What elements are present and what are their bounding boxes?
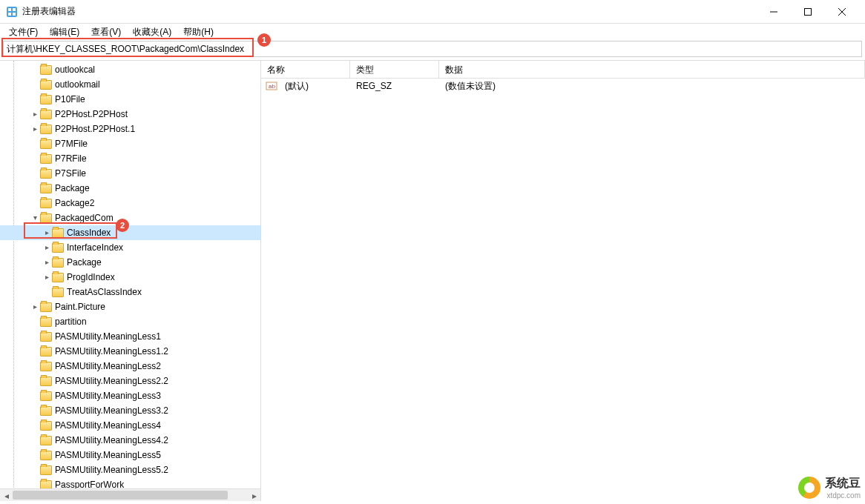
tree-item-label: Package2 <box>55 198 94 208</box>
window-title: 注册表编辑器 <box>22 5 757 18</box>
tree-item[interactable]: PASMUtility.MeaningLess3.2 <box>0 403 260 418</box>
menu-edit[interactable]: 编辑(E) <box>45 24 84 40</box>
tree-item[interactable]: outlookmail <box>0 77 260 92</box>
tree-horizontal-scrollbar[interactable]: ◂ ▸ <box>0 488 260 501</box>
tree-item-label: PASMUtility.MeaningLess2.2 <box>55 376 168 386</box>
tree-item[interactable]: partition <box>0 314 260 329</box>
menubar: 文件(F) 编辑(E) 查看(V) 收藏夹(A) 帮助(H) <box>0 24 865 41</box>
tree-item[interactable]: PASMUtility.MeaningLess2 <box>0 359 260 374</box>
folder-icon <box>40 65 52 75</box>
folder-icon <box>40 154 52 164</box>
tree-item[interactable]: PASMUtility.MeaningLess5.2 <box>0 462 260 477</box>
tree-item[interactable]: ▾PackagedCom <box>0 210 260 225</box>
tree-item[interactable]: Package <box>0 181 260 196</box>
column-header-type[interactable]: 类型 <box>350 61 439 78</box>
menu-help[interactable]: 帮助(H) <box>179 24 218 40</box>
scroll-thumb[interactable] <box>13 491 228 500</box>
svg-rect-2 <box>13 8 16 11</box>
list-header: 名称 类型 数据 <box>261 61 865 79</box>
tree-item[interactable]: P7MFile <box>0 136 260 151</box>
tree-item-label: outlookcal <box>55 64 95 75</box>
tree-item-label: PASMUtility.MeaningLess4 <box>55 420 161 431</box>
maximize-button[interactable] <box>791 0 825 23</box>
tree-item[interactable]: P7RFile <box>0 151 260 166</box>
folder-icon <box>40 110 52 119</box>
collapse-icon[interactable]: ▾ <box>30 214 40 222</box>
tree-item[interactable]: PASMUtility.MeaningLess4 <box>0 418 260 433</box>
folder-icon <box>40 421 52 431</box>
svg-rect-4 <box>13 13 16 16</box>
tree-item[interactable]: TreatAsClassIndex <box>0 285 260 299</box>
annotation-callout-1: 1 <box>257 33 271 47</box>
tree-item[interactable]: PASMUtility.MeaningLess4.2 <box>0 433 260 448</box>
window-controls <box>757 0 859 23</box>
expand-icon[interactable]: ▸ <box>42 259 52 266</box>
close-button[interactable] <box>825 0 859 23</box>
folder-icon <box>40 377 52 386</box>
tree-item-label: P2PHost.P2PHost <box>55 109 128 119</box>
folder-icon <box>40 213 52 223</box>
tree-item[interactable]: ▸ProgIdIndex <box>0 270 260 285</box>
tree-item-label: P10File <box>55 94 85 105</box>
folder-icon <box>40 317 52 327</box>
tree-item[interactable]: PASMUtility.MeaningLess1 <box>0 329 260 344</box>
folder-icon <box>52 258 64 268</box>
tree-item[interactable]: PASMUtility.MeaningLess1.2 <box>0 344 260 359</box>
folder-icon <box>40 406 52 416</box>
expand-icon[interactable]: ▸ <box>30 125 40 133</box>
folder-icon <box>40 347 52 357</box>
watermark-url: xtdpc.com <box>825 491 861 500</box>
folder-icon <box>52 243 64 253</box>
tree-item[interactable]: ▸InterfaceIndex <box>0 240 260 255</box>
tree-item[interactable]: ▸Paint.Picture <box>0 299 260 314</box>
tree-item[interactable]: PASMUtility.MeaningLess2.2 <box>0 374 260 388</box>
folder-icon <box>40 332 52 342</box>
tree-item-label: InterfaceIndex <box>67 242 123 253</box>
tree-item-label: TreatAsClassIndex <box>67 287 142 297</box>
scroll-track[interactable] <box>13 489 248 501</box>
expand-icon[interactable]: ▸ <box>42 229 52 236</box>
tree-item-label: PASMUtility.MeaningLess3.2 <box>55 405 168 416</box>
minimize-button[interactable] <box>757 0 791 23</box>
tree-item[interactable]: P7SFile <box>0 166 260 181</box>
menu-favorites[interactable]: 收藏夹(A) <box>128 24 176 40</box>
addressbar-container: 1 <box>0 41 865 60</box>
tree-item-label: Package <box>67 257 102 268</box>
column-header-data[interactable]: 数据 <box>439 61 865 78</box>
tree-item[interactable]: PASMUtility.MeaningLess5 <box>0 448 260 462</box>
watermark-text: 系统豆 xtdpc.com <box>825 476 861 500</box>
list-pane: 名称 类型 数据 ab(默认)REG_SZ(数值未设置) <box>261 61 865 501</box>
tree-item[interactable]: ▸P2PHost.P2PHost.1 <box>0 122 260 136</box>
tree-pane[interactable]: outlookcaloutlookmailP10File▸P2PHost.P2P… <box>0 61 261 501</box>
tree-item-label: Package <box>55 183 90 193</box>
value-data: (数值未设置) <box>439 80 865 93</box>
scroll-right-button[interactable]: ▸ <box>248 489 260 501</box>
tree-item-label: PASMUtility.MeaningLess4.2 <box>55 435 168 445</box>
tree-item[interactable]: P10File <box>0 92 260 107</box>
tree-item[interactable]: PASMUtility.MeaningLess3 <box>0 388 260 403</box>
expand-icon[interactable]: ▸ <box>30 110 40 118</box>
tree-item[interactable]: ▸ClassIndex <box>0 225 260 240</box>
address-input[interactable] <box>3 41 862 57</box>
scroll-left-button[interactable]: ◂ <box>0 489 13 501</box>
column-header-name[interactable]: 名称 <box>261 61 350 78</box>
svg-rect-1 <box>8 8 11 11</box>
list-row[interactable]: ab(默认)REG_SZ(数值未设置) <box>261 79 865 93</box>
tree-item-label: P7MFile <box>55 139 88 149</box>
tree-item[interactable]: ▸P2PHost.P2PHost <box>0 107 260 122</box>
expand-icon[interactable]: ▸ <box>42 244 52 251</box>
tree-item-label: PASMUtility.MeaningLess2 <box>55 361 161 371</box>
annotation-callout-2: 2 <box>116 219 129 232</box>
expand-icon[interactable]: ▸ <box>30 303 40 311</box>
tree-item[interactable]: outlookcal <box>0 62 260 77</box>
tree-item-label: PASMUtility.MeaningLess1.2 <box>55 346 168 357</box>
tree-item-label: P7SFile <box>55 168 86 179</box>
svg-text:ab: ab <box>269 83 275 90</box>
tree-item[interactable]: ▸Package <box>0 255 260 270</box>
tree-item-label: P7RFile <box>55 153 87 164</box>
tree-item[interactable]: Package2 <box>0 196 260 210</box>
menu-view[interactable]: 查看(V) <box>87 24 125 40</box>
tree-item-label: outlookmail <box>55 79 100 90</box>
expand-icon[interactable]: ▸ <box>42 273 52 281</box>
menu-file[interactable]: 文件(F) <box>4 24 42 40</box>
